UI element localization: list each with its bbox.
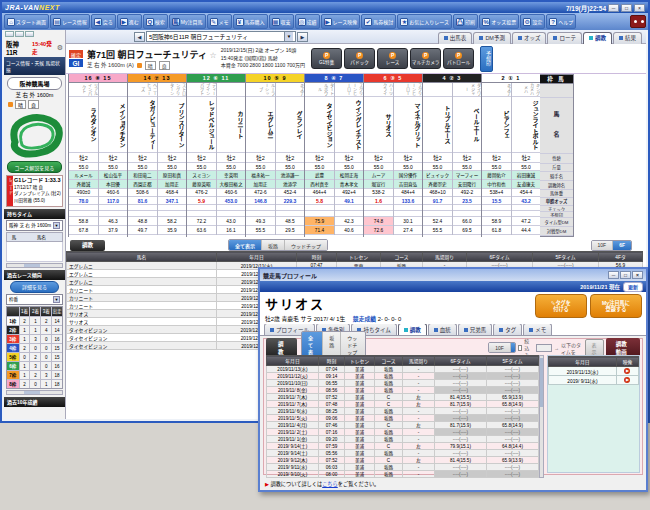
course-guide-button[interactable]: コース解説を見る <box>7 161 62 173</box>
video-button-パドック[interactable]: Pパドック <box>344 48 375 69</box>
toolbar-button-ヘルプ[interactable]: ?ヘルプ <box>546 14 576 29</box>
toolbar-button-レース映像[interactable]: ▶レース映像 <box>321 14 361 29</box>
video-button-G1特集[interactable]: PG1特集 <box>311 48 342 69</box>
play-video-icon[interactable]: ▶ <box>624 377 630 383</box>
table-row[interactable]: 2019/11/ 6(水)08:25美浦坂路-----(----)----(--… <box>267 408 539 415</box>
table-row[interactable]: 2019/11/ 7(木)07:52美浦C左81.4(15.5)65.9(13.… <box>267 394 539 401</box>
next-race-button[interactable]: ▶ <box>297 32 308 42</box>
profile-tab-タグ[interactable]: タグ <box>493 323 522 335</box>
toolbar-button-オッズ投票[interactable]: %オッズ投票 <box>479 14 519 29</box>
toolbar-button-レース情報[interactable]: ▤レース情報 <box>50 14 90 29</box>
narrow-input[interactable] <box>536 344 552 352</box>
video-button-マルチカメラ[interactable]: Pマルチカメラ <box>410 48 441 69</box>
filter-button-全て表示[interactable]: 全て表示 <box>229 240 261 250</box>
horse-column-1[interactable]: キングカメハメハジュンライトボルト牡255.0岩田康誠友道康夫454-443.2… <box>511 83 540 235</box>
add-tag-button[interactable]: ✎タグを付ける <box>535 294 587 318</box>
minimize-icon[interactable]: ─ <box>608 4 619 12</box>
table-row[interactable]: 2019/ 9/11(水)06:03美浦坂路-----(----)----(--… <box>267 464 539 471</box>
favorite-star-icon[interactable]: ☆ <box>210 51 217 60</box>
narrow-checkbox[interactable] <box>518 345 523 351</box>
toolbar-button-馬券検討[interactable]: ✔馬券検討 <box>361 14 396 29</box>
toolbar-button-検索[interactable]: Q検索 <box>143 14 168 29</box>
horse-column-11[interactable]: カリニート牡255.0幸英明大根田裕之460-6453.043.016.1 <box>216 83 245 235</box>
horse-column-8[interactable]: タートルボウルタイセイビジョン牡255.0武豊西村真幸464+45.875.97… <box>305 83 334 235</box>
horse-column-6[interactable]: ハーツクライサリオス牡255.0ムーア堀宣行538-21.674.872.6 <box>364 83 393 235</box>
update-button[interactable]: 更新 <box>623 282 643 292</box>
video-cell[interactable]: ▶ <box>616 367 638 376</box>
profile-tab-調教[interactable]: 調教 <box>398 323 427 335</box>
table-row[interactable]: 2019/11/ 4(月)07:46美浦C左81.7(15.9)65.8(14.… <box>267 422 539 429</box>
sidebar-scrollbar[interactable] <box>6 263 63 268</box>
profile-tab-血統[interactable]: 血統 <box>428 323 457 335</box>
toolbar-button-印刷[interactable]: 凸印刷 <box>453 14 478 29</box>
table-row[interactable]: 2019/ 9/12(木)07:52美浦C左81.4(15.5)65.9(13.… <box>267 457 539 464</box>
horse-column-5[interactable]: スクリーンヒーローマイネルグリット牡255.0国分優作吉田直弘484+4133.… <box>393 83 422 235</box>
filter-button-10F[interactable]: 10F <box>592 241 613 250</box>
horse-column-12[interactable]: ディープインパクトレッドベルジュール牡255.0スミヨン藤原英昭476-25.9… <box>187 83 216 235</box>
horse-column-3[interactable]: ダイワメジャーベールエール牡255.0マーフィー安田隆行492-223.566.… <box>452 83 481 235</box>
table-row[interactable]: 2019/11/12(火)09:14美浦坂路-----(----)----(--… <box>267 373 539 380</box>
toolbar-button-戻る[interactable]: ◀戻る <box>91 14 116 29</box>
video-button-レース[interactable]: Pレース <box>377 48 408 69</box>
table-row[interactable]: 2019/11/13(水)07:04美浦坂路-----(----)----(--… <box>267 366 539 373</box>
popup-titlebar[interactable]: 競走馬プロフィール ─ □ × <box>260 269 646 281</box>
horse-column-10[interactable]: ルーラーシップエグレムニ牡255.0福永祐一加用正472-6146.849.35… <box>246 83 275 235</box>
table-row[interactable]: 2019/11/ 8(金)08:56美浦坂路-----(----)----(--… <box>267 387 539 394</box>
tab-DM予測[interactable]: DM予測 <box>473 32 511 44</box>
minimize-icon[interactable]: ─ <box>608 271 619 279</box>
horse-column-9[interactable]: キズナグランレイ牡255.0池添謙一池添学452-4229.348.529.5 <box>275 83 304 235</box>
tab-出馬表[interactable]: 出馬表 <box>438 32 473 44</box>
table-row[interactable]: 2019/ 9/10(火)08:00美浦坂路-----(----)----(--… <box>267 471 539 478</box>
table-row[interactable]: 2019/ 9/14(土)05:56美浦坂路-----(----)----(--… <box>267 450 539 457</box>
toolbar-button-収支[interactable]: ▦収支 <box>269 14 294 29</box>
trend-select[interactable]: 枠番▼ <box>6 294 63 305</box>
horse-column-4[interactable]: トリプルエース牡255.0ビュイック斉藤崇史468+1091.752.455.5 <box>423 83 452 235</box>
table-row[interactable]: 2019/11/ 5(火)09:06美浦坂路-----(----)----(--… <box>267 415 539 422</box>
tab-オッズ[interactable]: オッズ <box>512 32 547 44</box>
sidebar-nav-button[interactable] <box>15 31 24 37</box>
main-titlebar[interactable]: JRA-VANNEXT 7/19(月)22:54 ─ □ × <box>2 2 648 13</box>
profile-tab-兄弟馬[interactable]: 兄弟馬 <box>458 323 493 335</box>
vertical-scrollbar[interactable] <box>539 355 544 478</box>
filter-button-坂路[interactable]: 坂路 <box>261 240 284 250</box>
toolbar-button-お気に入りレース[interactable]: ★お気に入りレース <box>397 14 452 29</box>
sidebar-section-tab[interactable]: コース情報・天候 馬場状態 <box>4 57 65 75</box>
toolbar-button-スタート画面[interactable]: ⌂スタート画面 <box>4 14 49 29</box>
more-info-link[interactable]: こちら <box>322 481 338 487</box>
horse-column-14[interactable]: ヘニーヒューズタガノビューティー牡255.0和田竜二西園正都508-681.64… <box>128 83 157 235</box>
video-button-パトロール[interactable]: Pパトロール <box>443 48 474 69</box>
prev-race-button[interactable]: ◀ <box>134 32 145 42</box>
filter-button-6F[interactable]: 6F <box>612 241 631 250</box>
show-button[interactable]: 表示 <box>585 339 603 357</box>
add-watchlist-button[interactable]: My注目馬に登録する <box>590 294 642 318</box>
sidebar-nav-button[interactable] <box>5 31 14 37</box>
table-row[interactable]: 2019/11/ 2(土)07:16美浦坂路-----(----)----(--… <box>267 429 539 436</box>
video-cell[interactable]: ▶ <box>616 376 638 385</box>
tab-結果[interactable]: 結果 <box>613 32 642 44</box>
horse-column-2[interactable]: キズナビアンフェ牡255.0藤岡佑介中竹和也538+415.558.961.8 <box>482 83 511 235</box>
toolbar-button-My注目馬[interactable]: 馬My注目馬 <box>169 14 206 29</box>
play-video-icon[interactable]: ▶ <box>624 368 630 374</box>
table-row[interactable]: 2019/ 9/14(土)07:59美浦C左79.9(15.1)64.8(14.… <box>267 443 539 450</box>
sidebar-nav-button[interactable] <box>25 31 34 37</box>
table-row[interactable]: 2019/11/ 1(金)09:20美浦坂路-----(----)----(--… <box>267 436 539 443</box>
video-row[interactable]: 2019/ 9/11(水)▶ <box>549 376 639 385</box>
filter-button-10F[interactable]: 10F <box>489 343 510 352</box>
tab-調教[interactable]: 調教 <box>583 32 612 44</box>
horse-column-15[interactable]: メイショウチタン牡255.0松山弘平本田優460-6117.046.337.9 <box>98 83 127 235</box>
filter-button-6F[interactable]: 6F <box>510 343 516 352</box>
table-row[interactable]: 2019/11/ 7(木)07:48美浦C左81.7(15.9)65.8(14.… <box>267 401 539 408</box>
sidebar-scrollbar[interactable] <box>6 390 63 395</box>
trend-detail-button[interactable]: 詳細を見る <box>10 281 59 293</box>
gear-icon[interactable]: ⚙ <box>57 44 63 52</box>
tab-ローテ[interactable]: ローテ <box>547 32 582 44</box>
video-row[interactable]: 2019/11/13(水)▶ <box>549 367 639 376</box>
horse-column-7[interactable]: スクリーンヒーローウイングレイテスト牡255.0松岡正海青木孝文492+449.… <box>334 83 363 235</box>
close-icon[interactable]: × <box>632 271 643 279</box>
horse-column-13[interactable]: ストロングリターンプリンスリターン牡255.0原田和真加用正468-4347.1… <box>157 83 186 235</box>
prediction-mark-button[interactable]: 予想印 <box>480 46 493 72</box>
toolbar-button-馬券購入[interactable]: ¥馬券購入 <box>233 14 268 29</box>
table-row[interactable]: 2019/11/10(日)06:55美浦坂路-----(----)----(--… <box>267 380 539 387</box>
filter-button-ウッドチップ[interactable]: ウッドチップ <box>284 240 327 250</box>
maximize-icon[interactable]: □ <box>621 4 632 12</box>
